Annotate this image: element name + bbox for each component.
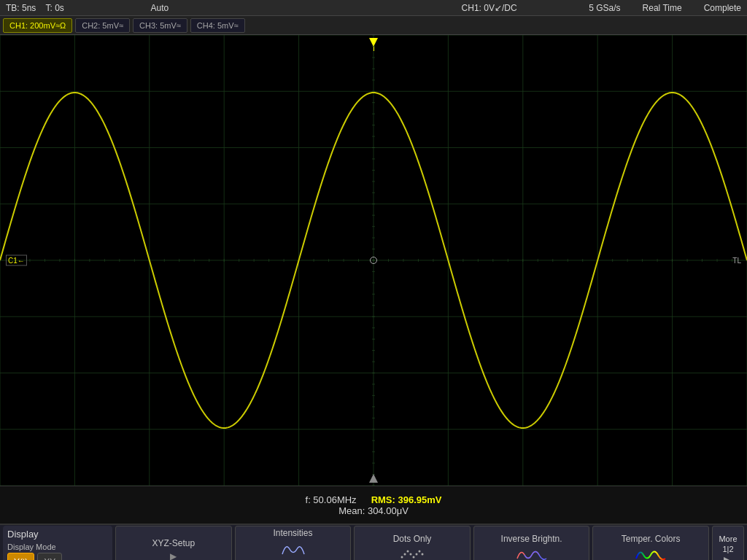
ch1-button[interactable]: CH1: 200mV≈Ω <box>3 18 72 33</box>
sample-rate: 5 GSa/s <box>589 3 620 13</box>
more-label: More 1|2 <box>713 534 743 555</box>
inverse-brightness-label: Inverse Brightn. <box>501 534 562 544</box>
svg-point-6 <box>418 550 420 552</box>
svg-point-2 <box>406 550 409 552</box>
intensities-button[interactable]: Intensities ▶ <box>235 526 352 560</box>
oscilloscope-screen: C1← TL <box>0 35 747 486</box>
display-section-title: Display <box>7 529 39 540</box>
ch1-trigger-setting: CH1: 0V↙/DC <box>462 3 517 13</box>
svg-point-7 <box>421 553 423 555</box>
mean-measurement: Mean: 304.00μV <box>338 505 409 516</box>
trigger-mode: Auto <box>151 3 169 13</box>
temperature-colors-label: Temper. Colors <box>622 534 681 544</box>
xyz-setup-button[interactable]: XYZ-Setup ▶ <box>115 526 232 560</box>
temperature-colors-button[interactable]: Temper. Colors <box>592 526 709 560</box>
temperature-colors-icon <box>635 547 667 561</box>
trigger-settings: Auto CH1: 0V↙/DC <box>79 3 589 13</box>
ch3-button[interactable]: CH3: 5mV≈ <box>133 18 187 33</box>
acquisition-mode: Real Time <box>643 3 682 13</box>
measurements-bar: f: 50.06MHz RMS: 396.95mV Mean: 304.00μV <box>0 486 747 524</box>
ch1-screen-label: C1← <box>6 255 27 266</box>
rms-measurement: RMS: 396.95mV <box>371 494 442 505</box>
acquisition-status: Complete <box>704 3 741 13</box>
channel-bar: CH1: 200mV≈Ω CH2: 5mV≈ CH3: 5mV≈ CH4: 5m… <box>0 16 747 35</box>
trigger-line <box>374 47 374 51</box>
yt-mode-button[interactable]: Y(t) <box>7 553 34 560</box>
display-mode-label: Display Mode <box>7 542 56 551</box>
frequency-measurement: f: 50.06MHz <box>306 494 357 505</box>
measurements-row-2: Mean: 304.00μV <box>338 505 409 516</box>
tl-screen-label: TL <box>732 257 741 265</box>
ch4-button[interactable]: CH4: 5mV≈ <box>190 18 245 33</box>
inverse-brightness-button[interactable]: Inverse Brightn. <box>473 526 590 560</box>
svg-point-4 <box>412 556 414 558</box>
svg-point-0 <box>400 556 403 558</box>
intensities-label: Intensities <box>273 528 312 538</box>
svg-point-3 <box>409 553 411 555</box>
xyz-setup-icon: ▶ <box>170 551 177 560</box>
acquisition-info: 5 GSa/s Real Time Complete <box>589 3 741 13</box>
trigger-marker-bottom <box>369 474 378 483</box>
inverse-brightness-icon <box>516 547 548 561</box>
display-section: Display Display Mode Y(t) XY <box>3 526 112 560</box>
measurements-row: f: 50.06MHz RMS: 396.95mV <box>306 494 442 505</box>
dots-only-icon <box>399 547 425 561</box>
crosshair-center <box>370 257 377 264</box>
ch2-button[interactable]: CH2: 5mV≈ <box>75 18 130 33</box>
more-arrow-icon: ▶ <box>724 554 732 560</box>
timebase-label: TB: 5ns <box>6 3 36 13</box>
trigger-marker-top <box>369 38 378 47</box>
intensities-icon <box>279 541 306 560</box>
bottom-toolbar: Display Display Mode Y(t) XY XYZ-Setup ▶… <box>0 524 747 560</box>
more-button[interactable]: More 1|2 ▶ <box>712 526 744 560</box>
svg-point-5 <box>415 553 417 555</box>
dots-only-button[interactable]: Dots Only <box>354 526 471 560</box>
time-label: T: 0s <box>45 3 63 13</box>
svg-point-1 <box>403 553 406 555</box>
display-mode-buttons: Y(t) XY <box>7 553 62 560</box>
xy-mode-button[interactable]: XY <box>37 553 62 560</box>
top-status-bar: TB: 5ns T: 0s Auto CH1: 0V↙/DC 5 GSa/s R… <box>0 0 747 16</box>
dots-only-label: Dots Only <box>393 534 432 544</box>
timebase-info: TB: 5ns T: 0s <box>6 3 64 13</box>
xyz-setup-label: XYZ-Setup <box>152 538 195 548</box>
